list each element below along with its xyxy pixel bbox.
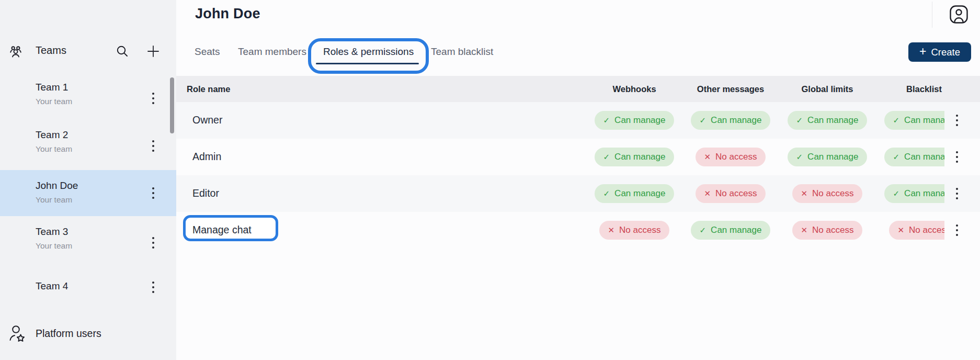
sidebar-scrollbar[interactable] (170, 77, 174, 133)
status-badge: ✓Can manage (884, 111, 944, 130)
row-menu-icon[interactable] (954, 224, 960, 236)
column-role-name: Role name (187, 84, 230, 94)
team-name: Team 1 (36, 82, 68, 93)
cross-icon: ✕ (704, 152, 711, 162)
check-icon: ✓ (603, 116, 610, 125)
check-icon: ✓ (796, 116, 803, 125)
webhooks-cell: ✓Can manage (585, 148, 684, 166)
sidebar-item-platform-users[interactable]: Platform users (0, 321, 176, 348)
table-row-manage-chat: ✕No access ✓Can manage ✕No access ✕No ac… (176, 212, 980, 249)
tab-seats[interactable]: Seats (195, 46, 220, 58)
header-divider (932, 2, 932, 28)
sidebar-item-team-2[interactable]: Team 2 Your team (0, 129, 176, 163)
team-subtitle: Your team (36, 144, 72, 154)
create-button[interactable]: + Create (908, 42, 971, 62)
row-content: ✕No access ✓Can manage ✕No access ✕No ac… (176, 212, 944, 249)
main-panel: John Doe Seats Team members Roles & perm… (176, 0, 980, 360)
sidebar-item-team-3[interactable]: Team 3 Your team (0, 226, 176, 260)
sidebar-item-team-4[interactable]: Team 4 (0, 280, 176, 299)
cross-icon: ✕ (801, 189, 808, 198)
row-content: Editor ✓Can manage ✕No access ✕No access… (176, 175, 944, 212)
cross-icon: ✕ (704, 189, 711, 198)
check-icon: ✓ (893, 116, 900, 125)
team-name: John Doe (36, 180, 78, 192)
status-badge: ✕No access (889, 221, 944, 240)
table-row-editor: Editor ✓Can manage ✕No access ✕No access… (176, 175, 980, 212)
add-team-icon[interactable] (146, 44, 161, 59)
teams-sidebar: Teams Team 1 Your team Team 2 (0, 0, 176, 360)
status-badge: ✕No access (792, 221, 863, 240)
cross-icon: ✕ (801, 226, 808, 235)
status-badge: ✓Can manage (788, 111, 868, 130)
global-limits-cell: ✓Can manage (778, 148, 877, 166)
teams-group-icon (8, 44, 23, 59)
status-badge: ✓Can manage (595, 184, 675, 203)
row-menu-icon[interactable] (954, 151, 960, 163)
cross-icon: ✕ (608, 226, 615, 235)
page-title: John Doe (195, 6, 260, 22)
blacklist-cell: ✓Can manage (874, 148, 944, 166)
global-limits-cell: ✓Can manage (778, 111, 877, 130)
team-name: Team 2 (36, 129, 68, 141)
table-row-owner: Owner ✓Can manage ✓Can manage ✓Can manag… (176, 102, 980, 139)
check-icon: ✓ (700, 116, 706, 125)
check-icon: ✓ (603, 189, 610, 198)
global-limits-cell: ✕No access (778, 184, 877, 203)
column-webhooks: Webhooks (585, 84, 684, 94)
platform-users-label: Platform users (36, 328, 101, 340)
team-subtitle: Your team (36, 97, 72, 106)
role-name: Manage chat (192, 224, 252, 236)
other-messages-cell: ✓Can manage (681, 221, 780, 240)
check-icon: ✓ (603, 152, 610, 162)
status-badge: ✕No access (792, 184, 863, 203)
blacklist-cell: ✓Can manage (874, 184, 944, 203)
platform-users-icon (9, 324, 25, 343)
team-menu-icon[interactable] (150, 237, 156, 249)
row-menu-icon[interactable] (954, 188, 960, 199)
role-name: Owner (192, 114, 222, 126)
webhooks-cell: ✓Can manage (585, 111, 684, 130)
sidebar-item-john-doe[interactable]: John Doe Your team (0, 170, 176, 216)
sidebar-title: Teams (36, 44, 66, 57)
column-other-messages: Other messages (681, 84, 780, 94)
row-menu-icon[interactable] (954, 115, 960, 126)
cross-icon: ✕ (898, 226, 905, 235)
table-header: Role name Webhooks Other messages Global… (176, 76, 980, 102)
check-icon: ✓ (796, 152, 803, 162)
status-badge: ✓Can manage (691, 221, 771, 240)
team-menu-icon[interactable] (150, 93, 156, 104)
column-global-limits: Global limits (778, 84, 877, 94)
column-blacklist: Blacklist (874, 84, 974, 94)
team-menu-icon[interactable] (150, 282, 156, 293)
search-icon[interactable] (115, 44, 130, 59)
row-content: Owner ✓Can manage ✓Can manage ✓Can manag… (176, 102, 944, 139)
webhooks-cell: ✓Can manage (585, 184, 684, 203)
status-badge: ✕No access (696, 184, 766, 203)
status-badge: ✓Can manage (884, 184, 944, 203)
global-limits-cell: ✕No access (778, 221, 877, 240)
team-menu-icon[interactable] (150, 187, 156, 199)
check-icon: ✓ (893, 152, 900, 162)
role-name: Editor (192, 187, 219, 199)
check-icon: ✓ (893, 189, 900, 198)
app-window: Teams Team 1 Your team Team 2 (0, 0, 980, 360)
tab-team-blacklist[interactable]: Team blacklist (431, 46, 493, 58)
table-row-admin: Admin ✓Can manage ✕No access ✓Can manage… (176, 139, 980, 175)
role-name: Admin (192, 151, 221, 163)
team-subtitle: Your team (36, 195, 72, 205)
team-menu-icon[interactable] (150, 140, 156, 152)
status-badge: ✓Can manage (788, 148, 868, 166)
team-subtitle: Your team (36, 241, 72, 251)
status-badge: ✓Can manage (691, 111, 771, 130)
webhooks-cell: ✕No access (585, 221, 684, 240)
row-content: Admin ✓Can manage ✕No access ✓Can manage… (176, 139, 944, 175)
other-messages-cell: ✓Can manage (681, 111, 780, 130)
account-avatar-icon[interactable] (949, 5, 968, 24)
status-badge: ✓Can manage (595, 148, 675, 166)
other-messages-cell: ✕No access (681, 184, 780, 203)
tab-team-members[interactable]: Team members (238, 46, 306, 58)
tab-roles-permissions[interactable]: Roles & permissions (323, 46, 414, 58)
check-icon: ✓ (700, 226, 706, 235)
status-badge: ✕No access (599, 221, 670, 240)
sidebar-item-team-1[interactable]: Team 1 Your team (0, 82, 176, 115)
